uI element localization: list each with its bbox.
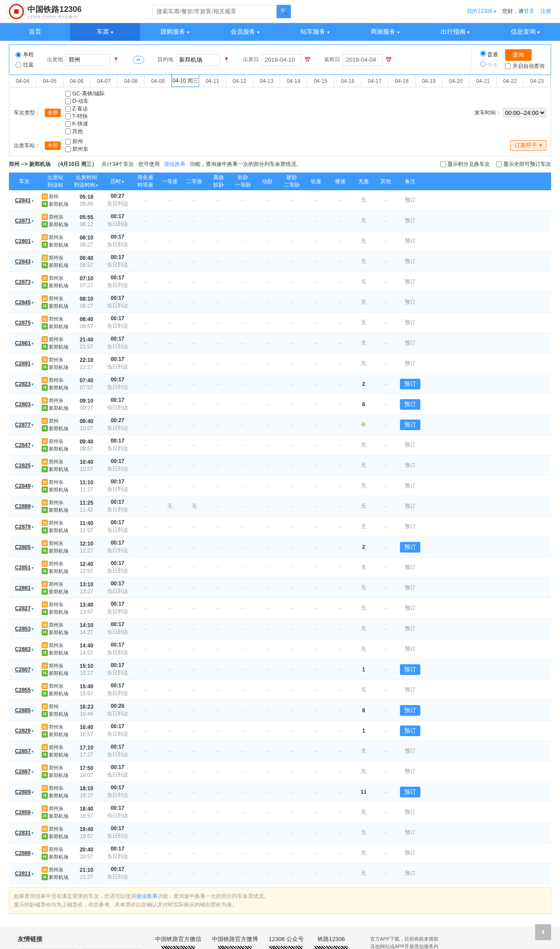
expand-icon[interactable]: ▾ — [31, 402, 34, 407]
expand-icon[interactable]: ▾ — [31, 545, 34, 550]
expand-icon[interactable]: ▾ — [31, 627, 34, 631]
book-button[interactable]: 预订 — [400, 542, 420, 553]
register-link[interactable]: 注册 — [540, 8, 551, 15]
date-tab[interactable]: 04-09 — [145, 75, 172, 87]
normal-radio[interactable]: 普通 — [480, 51, 498, 59]
train-number[interactable]: C2871 — [15, 218, 31, 224]
train-number[interactable]: C2807 — [15, 667, 31, 673]
train-number[interactable]: C2827 — [15, 605, 31, 612]
train-type-checkbox[interactable]: GC-高铁/城际 — [65, 90, 105, 98]
expand-icon[interactable]: ▾ — [31, 667, 34, 672]
train-number[interactable]: C2881 — [15, 585, 31, 591]
ret-date-input[interactable] — [343, 54, 383, 66]
nav-item[interactable]: 信息查询 ▾ — [490, 23, 560, 41]
expand-icon[interactable]: ▾ — [31, 871, 34, 876]
date-tab[interactable]: 04-22 — [497, 75, 524, 87]
book-button[interactable]: 预订 — [400, 420, 420, 430]
logo[interactable]: 中国铁路12306 12306 CHINA RAILWAY — [9, 4, 82, 19]
expand-icon[interactable]: ▾ — [31, 239, 34, 244]
train-type-checkbox[interactable]: D-动车 — [65, 98, 105, 105]
expand-icon[interactable]: ▾ — [31, 361, 34, 366]
date-tab[interactable]: 04-14 — [280, 75, 307, 87]
train-type-checkbox[interactable]: 其他 — [65, 128, 105, 135]
expand-icon[interactable]: ▾ — [31, 586, 34, 591]
expand-icon[interactable]: ▾ — [31, 810, 34, 815]
expand-icon[interactable]: ▾ — [31, 321, 34, 325]
student-radio[interactable]: 学生 — [480, 61, 498, 69]
date-tab[interactable]: 04-11 — [199, 75, 226, 87]
date-tab[interactable]: 04-12 — [226, 75, 253, 87]
train-number[interactable]: C2845 — [15, 299, 31, 306]
train-type-checkbox[interactable]: T-特快 — [65, 113, 105, 120]
query-button[interactable]: 查询 — [505, 49, 532, 61]
train-number[interactable]: C2889 — [15, 850, 31, 856]
expand-icon[interactable]: ▾ — [31, 300, 34, 305]
expand-icon[interactable]: ▾ — [31, 259, 34, 264]
book-button[interactable]: 预订 — [400, 399, 420, 410]
search-input[interactable] — [153, 5, 277, 18]
nav-item[interactable]: 出行指南 ▾ — [420, 23, 490, 41]
expand-icon[interactable]: ▾ — [31, 525, 34, 529]
expand-icon[interactable]: ▾ — [31, 749, 34, 754]
book-button[interactable]: 预订 — [400, 705, 420, 716]
date-tab[interactable]: 04-20 — [443, 75, 470, 87]
expand-icon[interactable]: ▾ — [31, 769, 34, 774]
expand-icon[interactable]: ▾ — [31, 831, 34, 835]
date-tab[interactable]: 04-07 — [90, 75, 117, 87]
train-number[interactable]: C2811 — [15, 871, 31, 877]
date-tab[interactable]: 04-15 — [307, 75, 334, 87]
date-tab[interactable]: 04-05 — [36, 75, 63, 87]
train-number[interactable]: C2857 — [15, 748, 31, 754]
date-tab[interactable]: 04-21 — [470, 75, 497, 87]
scroll-top-button[interactable]: ⬆ — [535, 924, 551, 940]
expand-icon[interactable]: ▾ — [31, 219, 34, 224]
train-number[interactable]: C2885 — [15, 707, 31, 714]
login-link[interactable]: 登录 — [524, 8, 534, 14]
oneway-radio[interactable]: 单程 — [16, 51, 34, 59]
expand-icon[interactable]: ▾ — [31, 729, 34, 733]
date-tab[interactable]: 04-04 — [9, 75, 36, 87]
to-input[interactable] — [176, 54, 220, 66]
points-checkbox[interactable]: 显示积分兑换车次 — [440, 161, 490, 168]
train-number[interactable]: C2883 — [15, 646, 31, 652]
train-number[interactable]: C2873 — [15, 279, 31, 285]
dep-time-select[interactable]: 00:00--24:00 — [503, 108, 546, 118]
train-number[interactable]: C2809 — [15, 789, 31, 795]
date-tab[interactable]: 04-13 — [253, 75, 280, 87]
train-number[interactable]: C2831 — [15, 830, 31, 836]
expand-icon[interactable]: ▾ — [31, 198, 34, 203]
date-tab[interactable]: 04-19 — [415, 75, 443, 87]
expand-icon[interactable]: ▾ — [31, 504, 34, 509]
expand-icon[interactable]: ▾ — [31, 851, 34, 856]
dep-date-input[interactable] — [262, 54, 302, 66]
date-tab[interactable]: 04-06 — [63, 75, 90, 87]
auto-query-checkbox[interactable]: 开启自动查询 — [505, 63, 544, 70]
expand-icon[interactable]: ▾ — [31, 280, 34, 285]
expand-icon[interactable]: ▾ — [31, 688, 34, 693]
expand-icon[interactable]: ▾ — [31, 463, 34, 468]
train-type-checkbox[interactable]: Z-直达 — [65, 105, 105, 113]
train-number[interactable]: C2849 — [15, 483, 31, 489]
nav-item[interactable]: 商旅服务 ▾ — [350, 23, 420, 41]
booking-assist-button[interactable]: 订票帮手 ▾ — [510, 140, 546, 151]
swap-button[interactable]: ⇄ — [133, 56, 144, 64]
train-number[interactable]: C2891 — [15, 361, 31, 367]
date-tab[interactable]: 04-10 周三 — [172, 75, 199, 87]
train-number[interactable]: C2841 — [15, 197, 31, 204]
from-input[interactable] — [66, 54, 110, 66]
transfer-link-2[interactable]: 接续换乘 — [136, 893, 157, 899]
book-button[interactable]: 预订 — [400, 379, 420, 389]
date-tab[interactable]: 04-16 — [334, 75, 361, 87]
train-number[interactable]: C2899 — [15, 503, 31, 510]
expand-icon[interactable]: ▾ — [31, 341, 34, 346]
expand-icon[interactable]: ▾ — [31, 565, 34, 570]
date-tab[interactable]: 04-08 — [117, 75, 145, 87]
all-stations-tag[interactable]: 全部 — [45, 141, 61, 150]
expand-icon[interactable]: ▾ — [31, 423, 34, 427]
expand-icon[interactable]: ▾ — [31, 484, 34, 489]
train-number[interactable]: C2855 — [15, 687, 31, 693]
date-tab[interactable]: 04-23 — [524, 75, 551, 87]
roundtrip-radio[interactable]: 往返 — [16, 61, 34, 69]
train-number[interactable]: C2879 — [15, 524, 31, 530]
col-duration[interactable]: 历时▼ — [102, 178, 133, 185]
